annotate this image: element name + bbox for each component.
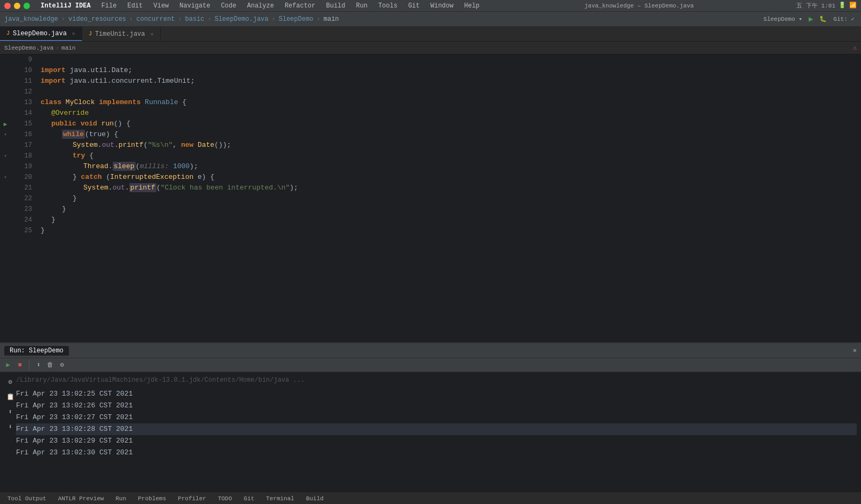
run-tab-sleepdemo[interactable]: Run: SleepDemo: [4, 346, 69, 356]
minimize-button[interactable]: [14, 3, 20, 9]
breadcrumb-bar: SleepDemo.java › main ⚠: [0, 42, 861, 54]
menu-analyze[interactable]: Analyze: [245, 2, 276, 10]
menu-navigate[interactable]: Navigate: [177, 2, 213, 10]
linenum-18: 18: [15, 151, 32, 161]
rerun-button[interactable]: ▶: [3, 360, 13, 370]
tab-timeunit[interactable]: J TimeUnit.java ✕: [82, 27, 161, 41]
tab-sleepdemo[interactable]: J SleepDemo.java ✕: [0, 27, 82, 41]
toolbar-divider: [29, 361, 29, 369]
gutter-16: ▾: [0, 129, 11, 140]
run-sidebar: ⚙ 📋 ⬆ ⬇: [4, 374, 16, 490]
git-label: Git: ✓: [831, 15, 857, 22]
code-container: ▶ ▾ ▾ ▾ 9: [0, 54, 861, 342]
code-line-11: import java.util.concurrent.TimeUnit;: [41, 76, 857, 86]
dock-profiler[interactable]: Profiler: [174, 495, 210, 502]
linenum-11: 11: [15, 76, 32, 86]
menu-file[interactable]: File: [99, 2, 119, 10]
linenum-25: 25: [15, 225, 32, 236]
nav-sleepdemo-java[interactable]: SleepDemo.java: [215, 15, 269, 23]
linenum-12: 12: [15, 86, 32, 97]
close-run-panel[interactable]: ✕: [853, 346, 857, 355]
menu-edit[interactable]: Edit: [125, 2, 145, 10]
run-content: ⚙ 📋 ⬆ ⬇ /Library/Java/JavaVirtualMachine…: [0, 372, 861, 492]
nav-java-knowledge[interactable]: java_knowledge: [4, 15, 58, 23]
bc-sep: ›: [56, 45, 59, 51]
nav-main[interactable]: main: [324, 15, 339, 23]
dock-git[interactable]: Git: [239, 495, 259, 502]
bc-main[interactable]: main: [61, 45, 75, 51]
fold-icon-16[interactable]: ▾: [4, 131, 7, 138]
run-button[interactable]: ▶: [807, 14, 815, 23]
code-line-16: while(true) {: [41, 129, 857, 140]
dock-run[interactable]: Run: [111, 495, 130, 502]
dock-build[interactable]: Build: [302, 495, 328, 502]
menu-run[interactable]: Run: [354, 2, 370, 10]
gutter-15: ▶: [0, 119, 11, 129]
menu-bar-right: 五 下午 1:01 🔋 📶: [796, 2, 857, 10]
window-controls[interactable]: [4, 3, 30, 9]
close-button[interactable]: [4, 3, 11, 9]
dock-tool-output[interactable]: Tool Output: [3, 495, 51, 502]
linenum-19: 19: [15, 161, 32, 172]
debug-button[interactable]: 🐛: [817, 15, 829, 22]
menu-build[interactable]: Build: [324, 2, 348, 10]
menu-window[interactable]: Window: [428, 2, 456, 10]
nav-concurrent[interactable]: concurrent: [136, 15, 175, 23]
output-line-6: Fri Apr 23 13:02:30 CST 2021: [16, 447, 857, 459]
dock-todo[interactable]: TODO: [214, 495, 236, 502]
gutter-25: [0, 225, 11, 236]
linenum-21: 21: [15, 183, 32, 193]
output-line-3: Fri Apr 23 13:02:27 CST 2021: [16, 412, 857, 423]
run-sidebar-icon-2[interactable]: 📋: [6, 391, 14, 403]
run-sidebar-icon-3[interactable]: ⬆: [8, 406, 12, 418]
linenum-9: 9: [15, 54, 32, 65]
gutter-9: [0, 54, 11, 65]
gutter-14: [0, 108, 11, 119]
app-name: IntelliJ IDEA: [41, 2, 91, 10]
nav-bar: java_knowledge › video_resources › concu…: [0, 12, 861, 27]
tab-sleepdemo-label: SleepDemo.java: [13, 30, 67, 37]
menu-help[interactable]: Help: [462, 2, 482, 10]
menu-code[interactable]: Code: [219, 2, 239, 10]
nav-basic[interactable]: basic: [185, 15, 204, 23]
menu-refactor[interactable]: Refactor: [283, 2, 318, 10]
gutter-24: [0, 215, 11, 225]
scroll-to-end[interactable]: ⬇: [34, 360, 43, 370]
close-tab-timeunit[interactable]: ✕: [151, 31, 154, 37]
wifi-icon: 📶: [849, 2, 857, 10]
output-line-2: Fri Apr 23 13:02:26 CST 2021: [16, 400, 857, 412]
bc-sleepdemo[interactable]: SleepDemo.java: [4, 45, 53, 51]
dock-terminal[interactable]: Terminal: [262, 495, 299, 502]
code-line-9: [41, 54, 857, 65]
linenum-16: 16: [15, 129, 32, 140]
dock-antlr[interactable]: ANTLR Preview: [54, 495, 108, 502]
code-line-21: System.out.printf("Clock has been interr…: [41, 183, 857, 193]
maximize-button[interactable]: [24, 3, 30, 9]
settings-button[interactable]: ⚙: [57, 360, 67, 370]
run-sidebar-icon-1[interactable]: ⚙: [8, 376, 12, 388]
clear-output[interactable]: 🗑: [45, 360, 55, 370]
menu-git[interactable]: Git: [406, 2, 422, 10]
run-config-dropdown[interactable]: SleepDemo ▾: [761, 15, 804, 22]
nav-sleepdemo-class[interactable]: SleepDemo: [279, 15, 314, 23]
menu-tools[interactable]: Tools: [376, 2, 400, 10]
run-gutter-icon[interactable]: ▶: [4, 121, 7, 128]
close-tab-sleepdemo[interactable]: ✕: [72, 30, 75, 37]
code-line-22: }: [41, 193, 857, 204]
gutter-18: ▾: [0, 151, 11, 161]
fold-icon-20[interactable]: ▾: [4, 174, 7, 180]
stop-button[interactable]: ■: [15, 360, 25, 370]
nav-video-resources[interactable]: video_resources: [68, 15, 126, 23]
run-sidebar-icon-4[interactable]: ⬇: [8, 421, 12, 433]
linenum-24: 24: [15, 215, 32, 225]
code-line-12: [41, 86, 857, 97]
fold-icon-18[interactable]: ▾: [4, 153, 7, 159]
menu-view[interactable]: View: [151, 2, 171, 10]
code-content[interactable]: import java.util.Date; import java.util.…: [36, 54, 861, 342]
editor-area[interactable]: ▶ ▾ ▾ ▾ 9: [0, 54, 861, 342]
dock-problems[interactable]: Problems: [134, 495, 170, 502]
java-icon: J: [6, 30, 10, 36]
dock-bar: Tool Output ANTLR Preview Run Problems P…: [0, 492, 861, 504]
time-display: 五 下午 1:01: [796, 2, 835, 10]
window-title: java_knowledge – SleepDemo.java: [488, 3, 790, 9]
